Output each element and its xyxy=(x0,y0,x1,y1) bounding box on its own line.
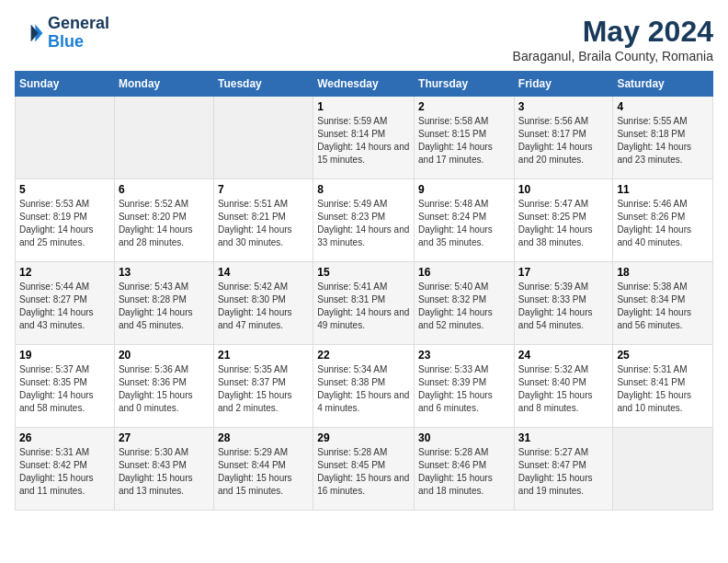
day-info: Sunrise: 5:43 AMSunset: 8:28 PMDaylight:… xyxy=(119,281,210,332)
day-number: 28 xyxy=(218,431,309,444)
page-header: General Blue May 2024 Baraganul, Braila … xyxy=(15,15,713,63)
day-header-wednesday: Wednesday xyxy=(313,72,415,97)
calendar-week-row: 5Sunrise: 5:53 AMSunset: 8:19 PMDaylight… xyxy=(16,179,713,262)
calendar-day-16: 16Sunrise: 5:40 AMSunset: 8:32 PMDayligh… xyxy=(415,262,515,345)
day-number: 1 xyxy=(317,100,410,113)
day-info: Sunrise: 5:31 AMSunset: 8:42 PMDaylight:… xyxy=(19,446,110,498)
day-number: 7 xyxy=(218,183,309,196)
logo-blue: Blue xyxy=(48,33,109,52)
day-header-friday: Friday xyxy=(514,72,613,97)
calendar-day-31: 31Sunrise: 5:27 AMSunset: 8:47 PMDayligh… xyxy=(514,428,613,511)
day-info: Sunrise: 5:53 AMSunset: 8:19 PMDaylight:… xyxy=(19,198,110,249)
empty-day-cell xyxy=(613,428,713,511)
day-info: Sunrise: 5:34 AMSunset: 8:38 PMDaylight:… xyxy=(317,363,410,415)
day-number: 2 xyxy=(418,100,510,113)
day-info: Sunrise: 5:30 AMSunset: 8:43 PMDaylight:… xyxy=(119,446,210,498)
calendar-day-12: 12Sunrise: 5:44 AMSunset: 8:27 PMDayligh… xyxy=(16,262,115,345)
calendar-week-row: 12Sunrise: 5:44 AMSunset: 8:27 PMDayligh… xyxy=(16,262,713,345)
day-info: Sunrise: 5:58 AMSunset: 8:15 PMDaylight:… xyxy=(418,115,510,167)
day-number: 15 xyxy=(317,266,410,279)
title-block: May 2024 Baraganul, Braila County, Roman… xyxy=(513,15,713,63)
calendar-day-6: 6Sunrise: 5:52 AMSunset: 8:20 PMDaylight… xyxy=(114,179,213,262)
day-number: 21 xyxy=(218,349,309,362)
calendar-day-20: 20Sunrise: 5:36 AMSunset: 8:36 PMDayligh… xyxy=(114,345,213,428)
day-info: Sunrise: 5:29 AMSunset: 8:44 PMDaylight:… xyxy=(218,446,309,498)
day-number: 31 xyxy=(518,431,609,444)
subtitle: Baraganul, Braila County, Romania xyxy=(513,49,713,63)
main-title: May 2024 xyxy=(513,15,713,49)
day-info: Sunrise: 5:46 AMSunset: 8:26 PMDaylight:… xyxy=(617,198,709,249)
day-number: 23 xyxy=(418,349,510,362)
calendar-day-15: 15Sunrise: 5:41 AMSunset: 8:31 PMDayligh… xyxy=(313,262,415,345)
day-number: 9 xyxy=(418,183,510,196)
calendar-day-29: 29Sunrise: 5:28 AMSunset: 8:45 PMDayligh… xyxy=(313,428,415,511)
day-header-tuesday: Tuesday xyxy=(213,72,313,97)
calendar-day-11: 11Sunrise: 5:46 AMSunset: 8:26 PMDayligh… xyxy=(613,179,713,262)
calendar-header-row: SundayMondayTuesdayWednesdayThursdayFrid… xyxy=(16,72,713,97)
calendar-day-17: 17Sunrise: 5:39 AMSunset: 8:33 PMDayligh… xyxy=(514,262,613,345)
calendar-day-4: 4Sunrise: 5:55 AMSunset: 8:18 PMDaylight… xyxy=(613,97,713,179)
calendar-table: SundayMondayTuesdayWednesdayThursdayFrid… xyxy=(15,71,713,511)
day-info: Sunrise: 5:35 AMSunset: 8:37 PMDaylight:… xyxy=(218,363,309,415)
day-number: 14 xyxy=(218,266,309,279)
day-info: Sunrise: 5:38 AMSunset: 8:34 PMDaylight:… xyxy=(617,281,709,332)
calendar-day-5: 5Sunrise: 5:53 AMSunset: 8:19 PMDaylight… xyxy=(16,179,115,262)
calendar-day-21: 21Sunrise: 5:35 AMSunset: 8:37 PMDayligh… xyxy=(213,345,313,428)
calendar-day-7: 7Sunrise: 5:51 AMSunset: 8:21 PMDaylight… xyxy=(213,179,313,262)
calendar-day-22: 22Sunrise: 5:34 AMSunset: 8:38 PMDayligh… xyxy=(313,345,415,428)
day-header-thursday: Thursday xyxy=(415,72,515,97)
day-number: 6 xyxy=(119,183,210,196)
day-info: Sunrise: 5:49 AMSunset: 8:23 PMDaylight:… xyxy=(317,198,410,249)
day-info: Sunrise: 5:48 AMSunset: 8:24 PMDaylight:… xyxy=(418,198,510,249)
calendar-week-row: 1Sunrise: 5:59 AMSunset: 8:14 PMDaylight… xyxy=(16,97,713,179)
day-info: Sunrise: 5:44 AMSunset: 8:27 PMDaylight:… xyxy=(19,281,110,332)
day-info: Sunrise: 5:42 AMSunset: 8:30 PMDaylight:… xyxy=(218,281,309,332)
calendar-day-23: 23Sunrise: 5:33 AMSunset: 8:39 PMDayligh… xyxy=(415,345,515,428)
day-info: Sunrise: 5:28 AMSunset: 8:45 PMDaylight:… xyxy=(317,446,410,498)
logo-icon xyxy=(15,18,44,48)
day-number: 18 xyxy=(617,266,709,279)
day-number: 26 xyxy=(19,431,110,444)
calendar-day-2: 2Sunrise: 5:58 AMSunset: 8:15 PMDaylight… xyxy=(415,97,515,179)
calendar-day-1: 1Sunrise: 5:59 AMSunset: 8:14 PMDaylight… xyxy=(313,97,415,179)
calendar-week-row: 19Sunrise: 5:37 AMSunset: 8:35 PMDayligh… xyxy=(16,345,713,428)
day-info: Sunrise: 5:31 AMSunset: 8:41 PMDaylight:… xyxy=(617,363,709,415)
calendar-day-27: 27Sunrise: 5:30 AMSunset: 8:43 PMDayligh… xyxy=(114,428,213,511)
day-info: Sunrise: 5:28 AMSunset: 8:46 PMDaylight:… xyxy=(418,446,510,498)
empty-day-cell xyxy=(16,97,115,179)
day-number: 12 xyxy=(19,266,110,279)
day-header-monday: Monday xyxy=(114,72,213,97)
calendar-day-26: 26Sunrise: 5:31 AMSunset: 8:42 PMDayligh… xyxy=(16,428,115,511)
day-info: Sunrise: 5:56 AMSunset: 8:17 PMDaylight:… xyxy=(518,115,609,167)
calendar-day-3: 3Sunrise: 5:56 AMSunset: 8:17 PMDaylight… xyxy=(514,97,613,179)
calendar-day-28: 28Sunrise: 5:29 AMSunset: 8:44 PMDayligh… xyxy=(213,428,313,511)
calendar-day-13: 13Sunrise: 5:43 AMSunset: 8:28 PMDayligh… xyxy=(114,262,213,345)
day-info: Sunrise: 5:52 AMSunset: 8:20 PMDaylight:… xyxy=(119,198,210,249)
calendar-day-19: 19Sunrise: 5:37 AMSunset: 8:35 PMDayligh… xyxy=(16,345,115,428)
day-info: Sunrise: 5:41 AMSunset: 8:31 PMDaylight:… xyxy=(317,281,410,332)
day-info: Sunrise: 5:55 AMSunset: 8:18 PMDaylight:… xyxy=(617,115,709,167)
day-number: 24 xyxy=(518,349,609,362)
calendar-day-9: 9Sunrise: 5:48 AMSunset: 8:24 PMDaylight… xyxy=(415,179,515,262)
day-info: Sunrise: 5:40 AMSunset: 8:32 PMDaylight:… xyxy=(418,281,510,332)
day-number: 5 xyxy=(19,183,110,196)
day-number: 22 xyxy=(317,349,410,362)
day-info: Sunrise: 5:37 AMSunset: 8:35 PMDaylight:… xyxy=(19,363,110,415)
day-number: 16 xyxy=(418,266,510,279)
day-header-sunday: Sunday xyxy=(16,72,115,97)
day-number: 13 xyxy=(119,266,210,279)
day-number: 27 xyxy=(119,431,210,444)
day-info: Sunrise: 5:47 AMSunset: 8:25 PMDaylight:… xyxy=(518,198,609,249)
day-info: Sunrise: 5:33 AMSunset: 8:39 PMDaylight:… xyxy=(418,363,510,415)
day-number: 29 xyxy=(317,431,410,444)
calendar-day-30: 30Sunrise: 5:28 AMSunset: 8:46 PMDayligh… xyxy=(415,428,515,511)
day-info: Sunrise: 5:32 AMSunset: 8:40 PMDaylight:… xyxy=(518,363,609,415)
calendar-day-25: 25Sunrise: 5:31 AMSunset: 8:41 PMDayligh… xyxy=(613,345,713,428)
day-info: Sunrise: 5:39 AMSunset: 8:33 PMDaylight:… xyxy=(518,281,609,332)
day-number: 19 xyxy=(19,349,110,362)
calendar-day-18: 18Sunrise: 5:38 AMSunset: 8:34 PMDayligh… xyxy=(613,262,713,345)
day-number: 17 xyxy=(518,266,609,279)
empty-day-cell xyxy=(213,97,313,179)
day-number: 10 xyxy=(518,183,609,196)
calendar-week-row: 26Sunrise: 5:31 AMSunset: 8:42 PMDayligh… xyxy=(16,428,713,511)
